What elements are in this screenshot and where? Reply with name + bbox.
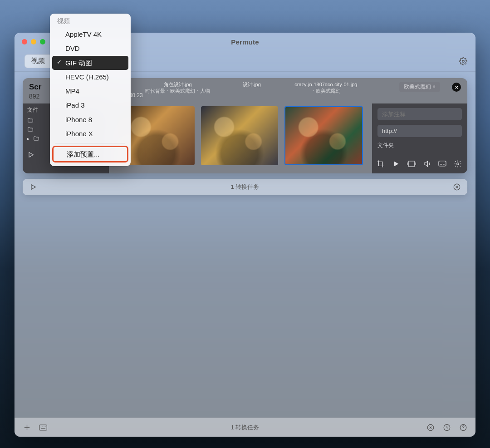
card-settings-button[interactable]	[453, 159, 463, 169]
window-maximize-button[interactable]	[40, 39, 45, 44]
thumbnail[interactable]	[201, 106, 278, 165]
menu-item-dvd[interactable]: DVD	[50, 41, 131, 55]
tag-chip[interactable]: 欧美式魔幻 ×	[399, 82, 440, 92]
cancel-all-button[interactable]	[426, 423, 436, 433]
svg-rect-1	[409, 161, 414, 167]
file-name: 角色设计.jpg时代背景・欧美式魔幻・人物	[141, 82, 215, 94]
svg-rect-5	[39, 425, 47, 430]
volume-button[interactable]	[422, 159, 432, 169]
play-outline-icon	[29, 183, 37, 191]
crop-icon	[377, 160, 385, 168]
keyboard-button[interactable]	[38, 423, 48, 433]
close-icon	[454, 85, 459, 90]
task-row: 1 转换任务	[23, 179, 467, 195]
format-dropdown-menu: 视频 AppleTV 4K DVD GIF 动图 HEVC (H.265) MP…	[50, 14, 131, 166]
gear-icon	[454, 160, 462, 168]
menu-item-iphone8[interactable]: iPhone 8	[50, 113, 131, 127]
menu-item-appletv4k[interactable]: AppleTV 4K	[50, 27, 131, 41]
menu-separator	[55, 143, 125, 143]
close-circle-icon	[426, 423, 435, 432]
clock-icon	[443, 423, 451, 432]
task-play-button[interactable]	[28, 182, 38, 192]
file-name-row: 角色设计.jpg时代背景・欧美式魔幻・人物 设计.jpg crazy-jn-18…	[141, 82, 363, 94]
card-close-button[interactable]	[452, 83, 461, 92]
close-circle-icon	[453, 183, 461, 191]
play-triangle-button[interactable]	[391, 159, 401, 169]
format-dropdown-label: 视频	[31, 57, 45, 65]
file-name: crazy-jn-1807dco-city-01.jpg・欧美式魔幻	[289, 82, 363, 94]
file-name: 设计.jpg	[215, 82, 289, 94]
play-outline-icon	[27, 151, 34, 158]
folder-icon	[27, 126, 34, 133]
menu-item-add-preset[interactable]: 添加预置...	[52, 146, 128, 162]
menu-item-mp4[interactable]: MP4	[50, 84, 131, 98]
card-title: Scr	[29, 83, 41, 91]
folder-section-label: 文件夹	[377, 142, 462, 149]
bottom-bar: 1 转换任务	[15, 418, 475, 437]
task-row-label: 1 转换任务	[231, 183, 260, 191]
window-minimize-button[interactable]	[31, 39, 36, 44]
folder-icon	[27, 117, 34, 123]
play-triangle-icon	[392, 160, 400, 167]
svg-point-3	[457, 163, 459, 165]
history-button[interactable]	[442, 423, 452, 433]
task-cancel-button[interactable]	[452, 182, 462, 192]
question-circle-icon	[459, 423, 467, 432]
menu-item-iphonex[interactable]: iPhone X	[50, 127, 131, 141]
url-input[interactable]	[377, 125, 462, 137]
thumbnail-selected[interactable]	[284, 106, 363, 165]
menu-item-ipad3[interactable]: iPad 3	[50, 98, 131, 112]
svg-rect-2	[439, 161, 446, 166]
subtitle-button[interactable]	[437, 159, 447, 169]
gear-icon	[459, 57, 467, 65]
speaker-icon	[422, 160, 431, 168]
folder-icon	[33, 135, 39, 142]
help-button[interactable]	[458, 423, 468, 433]
thumbnail-row	[118, 106, 363, 165]
frame-scale-button[interactable]	[407, 159, 416, 169]
menu-section-label: 视频	[50, 16, 131, 27]
bottombar-label: 1 转换任务	[231, 423, 260, 432]
traffic-lights	[22, 39, 45, 44]
keyboard-icon	[39, 424, 48, 431]
menu-item-gif[interactable]: GIF 动图	[52, 56, 128, 70]
svg-point-0	[462, 60, 465, 62]
format-dropdown-button[interactable]: 视频	[24, 54, 54, 68]
window-close-button[interactable]	[22, 39, 27, 44]
crop-button[interactable]	[376, 159, 386, 169]
menu-item-hevc[interactable]: HEVC (H.265)	[50, 70, 131, 84]
subtitle-icon	[438, 160, 447, 167]
frame-icon	[407, 160, 416, 168]
add-button[interactable]	[22, 423, 32, 433]
plus-icon	[23, 423, 31, 431]
settings-button[interactable]	[457, 55, 469, 67]
card-tool-row	[376, 159, 463, 169]
note-input[interactable]	[377, 108, 462, 120]
